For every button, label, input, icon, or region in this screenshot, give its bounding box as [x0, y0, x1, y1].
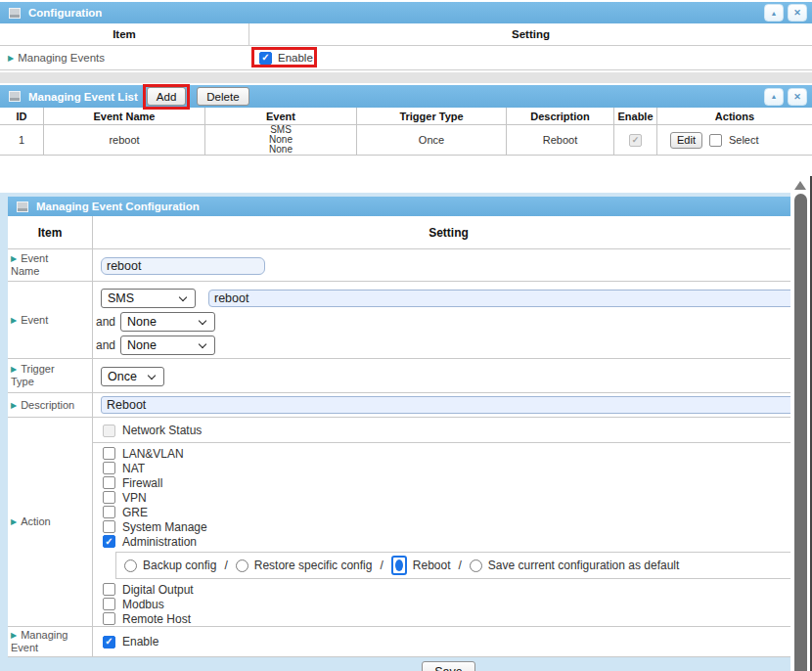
item-arrow-icon: ▶ [11, 631, 17, 640]
description-row: ▶Description [8, 393, 804, 418]
digital-output-checkbox[interactable]: ✓ [103, 583, 115, 596]
trigger-type-select[interactable]: Once [101, 367, 164, 386]
chevron-down-icon [179, 294, 189, 303]
event-config-header: Managing Event Configuration [8, 197, 804, 216]
scrollbar[interactable] [790, 176, 812, 671]
managing-event-enable-checkbox[interactable]: ✓ [103, 636, 115, 649]
event-name-row: ▶Event Name [8, 249, 804, 282]
table-row: 1 reboot SMS None None Once Reboot ✓ Edi… [0, 125, 812, 156]
collapse-icon: ▲ [771, 9, 778, 16]
panel-icon [9, 8, 21, 19]
select-checkbox[interactable]: ✓ [709, 134, 722, 147]
action-label: ▶Action [8, 418, 93, 626]
collapse-button[interactable]: ▲ [764, 4, 784, 22]
radio-backup-config[interactable]: Backup config [124, 559, 216, 572]
vpn-checkbox[interactable]: ✓ [103, 491, 115, 504]
collapse-icon: ▲ [771, 93, 778, 100]
radio-restore-specific-config[interactable]: Restore specific config [236, 559, 373, 572]
event-value-input[interactable] [208, 290, 796, 307]
radio-selected-icon [391, 556, 407, 575]
chevron-down-icon [199, 341, 208, 350]
event-name-input[interactable] [101, 257, 265, 275]
close-icon: ✕ [793, 92, 801, 102]
managing-events-label: ▶Managing Events [0, 52, 249, 64]
event-config-table: Item Setting ▶Event Name ▶Event SMS [8, 216, 804, 657]
trigger-type-label: ▶Trigger Type [8, 359, 93, 392]
item-arrow-icon: ▶ [11, 254, 17, 263]
select-label: Select [729, 134, 759, 146]
radio-icon [470, 559, 482, 572]
scroll-up-arrow-icon[interactable] [794, 181, 806, 190]
administration-options: Backup config / Restore specific config … [115, 552, 794, 579]
column-event: Event [205, 108, 357, 124]
column-item: Item [0, 23, 249, 45]
item-arrow-icon: ▶ [8, 54, 14, 63]
configuration-header: Configuration ▲ ✕ [0, 2, 812, 23]
event-and1-select[interactable]: None [120, 312, 215, 332]
item-arrow-icon: ▶ [11, 517, 17, 526]
column-id: ID [0, 108, 44, 124]
item-arrow-icon: ▶ [11, 365, 17, 374]
save-area: Save [8, 657, 804, 671]
save-button[interactable]: Save [422, 661, 475, 671]
network-status-label: Network Status [122, 424, 202, 437]
column-setting: Setting [93, 216, 804, 248]
checkmark-icon: ✓ [105, 537, 113, 547]
edit-button[interactable]: Edit [670, 132, 702, 149]
and-label: and [96, 315, 115, 329]
event-config-panel: Managing Event Configuration Item Settin… [0, 193, 812, 671]
event-list-panel: Managing Event List Add Delete ▲ ✕ ID Ev… [0, 85, 812, 156]
event-list-title: Managing Event List [28, 91, 138, 103]
event-name-label: ▶Event Name [8, 249, 93, 281]
event-label: ▶Event [8, 282, 93, 358]
modbus-checkbox[interactable]: ✓ [103, 598, 115, 610]
description-input[interactable] [101, 396, 794, 414]
collapse-button[interactable]: ▲ [764, 88, 784, 106]
cell-actions: Edit ✓ Select [657, 125, 812, 155]
delete-button[interactable]: Delete [197, 87, 248, 106]
add-button[interactable]: Add [147, 87, 186, 106]
radio-save-current-config[interactable]: Save current configuration as default [470, 559, 679, 572]
configuration-title: Configuration [28, 7, 102, 19]
event-type-select[interactable]: SMS [101, 289, 196, 308]
event-row: ▶Event SMS and None [8, 282, 804, 359]
remote-host-checkbox[interactable]: ✓ [103, 612, 115, 625]
close-icon: ✕ [793, 8, 801, 18]
radio-icon [124, 559, 137, 572]
column-enable: Enable [614, 108, 657, 124]
chevron-down-icon [199, 318, 208, 327]
item-arrow-icon: ▶ [11, 401, 17, 410]
event-and2-select[interactable]: None [120, 336, 215, 355]
column-description: Description [507, 108, 614, 124]
scrollbar-thumb[interactable] [794, 194, 807, 671]
managing-event-row: ▶Managing Event ✓ Enable [8, 627, 804, 657]
and-label: and [96, 338, 115, 352]
system-manage-checkbox[interactable]: ✓ [103, 520, 115, 533]
nat-checkbox[interactable]: ✓ [103, 462, 115, 474]
column-actions: Actions [657, 108, 812, 124]
event-config-title: Managing Event Configuration [36, 201, 200, 212]
item-arrow-icon: ▶ [11, 316, 17, 325]
close-button[interactable]: ✕ [788, 4, 807, 22]
panel-icon [9, 91, 21, 102]
close-button[interactable]: ✕ [788, 88, 807, 106]
enable-label: Enable [122, 635, 158, 649]
firewall-checkbox[interactable]: ✓ [103, 476, 115, 489]
column-trigger-type: Trigger Type [357, 108, 507, 124]
description-label: ▶Description [8, 393, 93, 417]
page: Configuration ▲ ✕ Item Setting ▶Managing… [0, 0, 812, 671]
trigger-type-row: ▶Trigger Type Once [8, 359, 804, 393]
row-enable-checkbox: ✓ [629, 134, 642, 147]
action-row: ▶Action ✓ Network Status ✓ LAN&VLAN ✓ NA… [8, 418, 804, 627]
config-table-header: Item Setting [8, 216, 804, 249]
panel-icon [17, 201, 28, 212]
gre-checkbox[interactable]: ✓ [103, 506, 115, 518]
lan-vlan-checkbox[interactable]: ✓ [103, 447, 115, 460]
administration-checkbox[interactable]: ✓ [103, 535, 115, 548]
configuration-table-header: Item Setting [0, 23, 812, 46]
event-list-table-header: ID Event Name Event Trigger Type Descrip… [0, 108, 812, 125]
radio-reboot[interactable]: Reboot [391, 556, 451, 575]
managing-events-enable-checkbox[interactable]: ✓ [259, 52, 272, 65]
cell-id: 1 [0, 125, 44, 155]
managing-event-label: ▶Managing Event [8, 627, 93, 656]
